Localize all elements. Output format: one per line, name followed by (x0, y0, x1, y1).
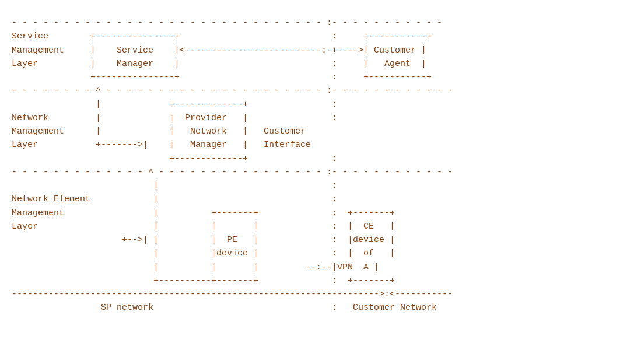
diagram-container: - - - - - - - - - - - - - - - - - - - - … (0, 0, 630, 364)
diagram-pre: - - - - - - - - - - - - - - - - - - - - … (6, 7, 624, 324)
diagram-wrapper: - - - - - - - - - - - - - - - - - - - - … (6, 7, 624, 357)
